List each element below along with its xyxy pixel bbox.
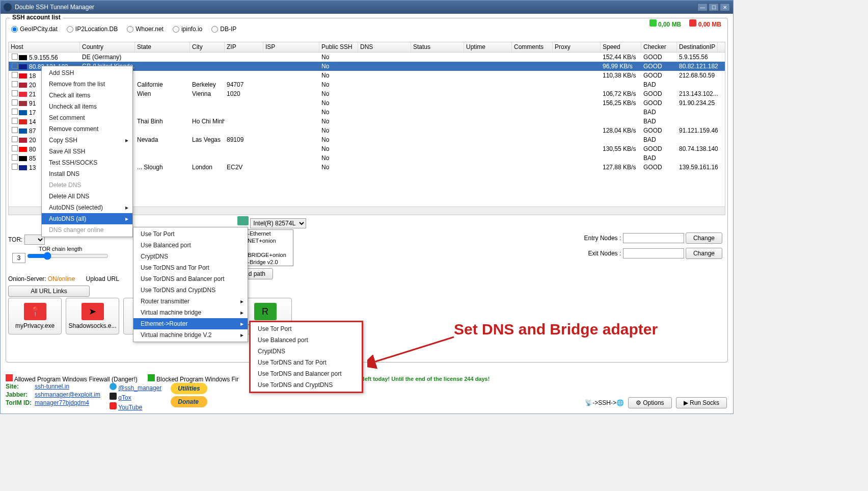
context-menu-ethernet-router[interactable]: Use Tor PortUse Balanced portCryptDNSUse… (249, 321, 363, 393)
column-header[interactable]: Speed (601, 42, 641, 52)
menu-item[interactable]: Use TorDNS and Balancer port (133, 273, 248, 285)
run-socks-button[interactable]: ▶ Run Socks (676, 397, 727, 408)
menu-item[interactable]: Uncheck all items (42, 101, 132, 112)
qtox-icon (110, 393, 117, 400)
app-icon (4, 3, 12, 11)
menu-item[interactable]: AutoDNS (all)▸ (42, 213, 132, 224)
bandwidth-up: 0,00 MB (689, 19, 721, 28)
adapter-select[interactable]: Intel(R) 82574L G (250, 218, 306, 228)
context-menu-main[interactable]: Add SSHRemove from the listCheck all ite… (41, 66, 133, 237)
column-header[interactable]: Status (411, 42, 464, 52)
onion-online: online (59, 275, 75, 282)
exit-change-button[interactable]: Change (686, 248, 722, 259)
donate-button[interactable]: Donate (171, 396, 207, 407)
group-title: SSH account list (10, 14, 63, 21)
utilities-button[interactable]: Utilities (171, 383, 207, 394)
menu-item[interactable]: Use Tor Port (133, 228, 248, 240)
radio-dbip[interactable]: DB-IP (211, 25, 236, 33)
launcher-button[interactable]: 📍myPrivacy.exe (8, 298, 62, 334)
minimize-button[interactable]: — (697, 3, 708, 11)
launcher-button[interactable]: ➤Shadowsocks.e... (66, 298, 119, 334)
menu-item[interactable]: Use Balanced port (251, 334, 362, 346)
menu-item[interactable]: Test SSH/SOCKS (42, 157, 132, 168)
radio-ipinfo[interactable]: ipinfo.io (173, 25, 202, 33)
entry-nodes-input[interactable] (623, 233, 684, 243)
bandwidth: 0,00 MB 0,00 MB (649, 19, 721, 28)
tor-chain-slider[interactable] (27, 252, 108, 260)
radio-ip2location[interactable]: IP2Location.DB (67, 25, 118, 33)
column-header[interactable]: Comments (512, 42, 553, 52)
column-header[interactable]: ISP (263, 42, 319, 52)
green-square-icon (148, 374, 155, 381)
table-row[interactable]: 5.9.155.56DE (Germany)No152,44 KB/sGOOD5… (9, 53, 725, 62)
menu-item[interactable]: Use TorDNS and Balancer port (251, 368, 362, 379)
all-url-links-button[interactable]: All URL Links (8, 286, 90, 297)
exit-nodes-row: Exit Nodes : Change (588, 248, 722, 259)
adapter-icon (237, 216, 249, 225)
onion-on: ON (48, 275, 57, 282)
tor-chain-row: TOR chain length (12, 246, 108, 263)
column-header[interactable]: Uptime (464, 42, 512, 52)
menu-item[interactable]: AutoDNS (selected)▸ (42, 202, 132, 213)
jabber-link[interactable]: sshmanager@exploit.im (35, 391, 100, 398)
menu-item[interactable]: Set comment (42, 112, 132, 123)
menu-item[interactable]: Use TorDNS and Tor Port (133, 262, 248, 273)
bandwidth-down: 0,00 MB (649, 19, 682, 28)
menu-item[interactable]: Use TorDNS and Tor Port (251, 357, 362, 368)
close-button[interactable]: ✕ (720, 3, 730, 11)
column-header[interactable]: State (135, 42, 190, 52)
column-header[interactable]: Checker (641, 42, 677, 52)
tor-row: TOR: (8, 235, 45, 245)
window-title: Double SSH Tunnel Manager (15, 4, 94, 11)
menu-item[interactable]: Install DNS (42, 168, 132, 179)
site-link[interactable]: ssh-tunnel.in (35, 383, 100, 390)
menu-item: DNS changer online (42, 224, 132, 236)
column-header[interactable]: Public SSH (319, 42, 358, 52)
radio-geoipcity[interactable]: GeoIPCity.dat (11, 25, 58, 33)
menu-item[interactable]: Remove comment (42, 123, 132, 135)
tor-chain-value[interactable] (12, 253, 25, 263)
menu-item[interactable]: Remove from the list (42, 79, 132, 90)
options-button[interactable]: ⚙ Options (628, 397, 672, 408)
onion-server-label: Onion-Server: (8, 275, 46, 282)
upload-url-label: Upload URL (86, 275, 119, 282)
radio-whoer[interactable]: Whoer.net (127, 25, 164, 33)
exit-nodes-label: Exit Nodes : (588, 250, 621, 257)
menu-item[interactable]: Use Tor Port (251, 323, 362, 334)
menu-item[interactable]: Check all items (42, 90, 132, 101)
footer-links: Site:ssh-tunnel.in Jabber:sshmanager@exp… (6, 383, 100, 406)
context-menu-autodns[interactable]: Use Tor PortUse Balanced portCryptDNSUse… (133, 227, 248, 342)
menu-item[interactable]: Copy SSH▸ (42, 135, 132, 146)
column-header[interactable]: Host (9, 42, 80, 52)
titlebar: Double SSH Tunnel Manager — ☐ ✕ (1, 1, 733, 14)
menu-item[interactable]: Ethernet->Router▸ (133, 318, 248, 329)
upload-icon (689, 19, 696, 27)
column-header[interactable]: Country (80, 42, 135, 52)
youtube-link[interactable]: YouTube (110, 402, 161, 411)
entry-change-button[interactable]: Change (686, 232, 722, 244)
telegram-link[interactable]: @ssh_manager (110, 383, 161, 392)
column-header[interactable]: DNS (358, 42, 411, 52)
qtox-link[interactable]: qTox (110, 393, 161, 401)
menu-item[interactable]: Router transmitter▸ (133, 296, 248, 307)
menu-item[interactable]: Use TorDNS and CryptDNS (133, 285, 248, 296)
firewall-allowed: Allowed Program Windows Firewall (Danger… (6, 374, 138, 383)
column-header[interactable]: City (190, 42, 225, 52)
menu-item[interactable]: Virtual machine bridge V.2▸ (133, 329, 248, 341)
menu-item[interactable]: Add SSH (42, 67, 132, 79)
column-header[interactable]: Proxy (553, 42, 601, 52)
menu-item[interactable]: CryptDNS (251, 346, 362, 357)
menu-item[interactable]: Use TorDNS and CryptDNS (251, 379, 362, 391)
column-header[interactable]: ZIP (225, 42, 263, 52)
menu-item[interactable]: CryptDNS (133, 251, 248, 262)
maximize-button[interactable]: ☐ (709, 3, 719, 11)
exit-nodes-input[interactable] (623, 248, 684, 259)
torim-link[interactable]: manager77bjdqdm4 (35, 399, 100, 406)
menu-item[interactable]: Virtual machine bridge▸ (133, 307, 248, 318)
table-header: HostCountryStateCityZIPISPPublic SSHDNSS… (9, 42, 725, 53)
column-header[interactable]: DestinationIP (677, 42, 718, 52)
firewall-status-row: Allowed Program Windows Firewall (Danger… (6, 374, 728, 383)
menu-item[interactable]: Use Balanced port (133, 240, 248, 251)
menu-item[interactable]: Save All SSH (42, 146, 132, 157)
menu-item[interactable]: Delete All DNS (42, 191, 132, 202)
